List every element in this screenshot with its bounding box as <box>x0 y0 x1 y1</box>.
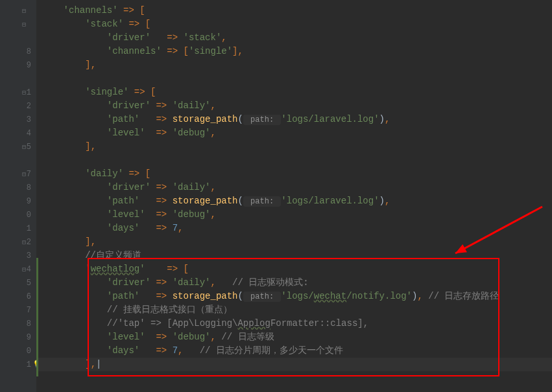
line-number: 5 <box>27 143 31 152</box>
fold-icon[interactable]: ⊟ <box>22 7 26 15</box>
gutter-row <box>0 72 36 86</box>
fold-icon[interactable]: ⊟ <box>22 238 26 246</box>
gutter-row: 1 <box>0 222 36 235</box>
gutter-row: 8 <box>0 45 36 58</box>
code-line[interactable]: 'channels' => [ <box>36 4 552 17</box>
code-line[interactable]: 'channels' => ['single'], <box>36 45 552 58</box>
code-line[interactable]: 'driver' => 'daily', // 日志驱动模式: <box>36 276 552 290</box>
code-editor[interactable]: ⊟⊟891⊟2345⊟7⊟89012⊟34⊟5678901💡 'channels… <box>0 0 552 392</box>
gutter-row: 2⊟ <box>0 235 36 249</box>
code-line[interactable]: 'path' => storage_path( path: 'logs/lara… <box>36 113 552 126</box>
line-number: 1 <box>27 360 31 369</box>
gutter-row: 1⊟ <box>0 86 36 99</box>
gutter-row: 9 <box>0 330 36 344</box>
code-line[interactable]: 'level' => 'debug', <box>36 208 552 222</box>
gutter-row: 5 <box>0 276 36 290</box>
gutter-row: 3 <box>0 113 36 126</box>
gutter-row: 7⊟ <box>0 167 36 181</box>
code-line[interactable]: 'wechatlog' => [ <box>36 262 552 276</box>
line-number: 9 <box>27 61 31 70</box>
gutter-row: 0 <box>0 344 36 358</box>
line-number: 5 <box>27 279 31 288</box>
gutter-row: 0 <box>0 208 36 222</box>
gutter-row: 4 <box>0 126 36 140</box>
code-line[interactable]: // 挂载日志格式接口（重点） <box>36 303 552 317</box>
fold-icon[interactable]: ⊟ <box>22 89 26 97</box>
code-line[interactable]: 'driver' => 'daily', <box>36 181 552 194</box>
code-line[interactable] <box>36 154 552 167</box>
code-line[interactable]: 'level' => 'debug', <box>36 126 552 140</box>
fold-icon[interactable]: ⊟ <box>22 21 26 29</box>
line-number: 3 <box>27 251 31 260</box>
line-number: 4 <box>27 129 31 138</box>
code-line[interactable]: ], <box>36 235 552 249</box>
fold-icon[interactable]: ⊟ <box>22 266 26 273</box>
code-line[interactable]: 'daily' => [ <box>36 167 552 181</box>
parameter-hint: path: <box>243 115 281 125</box>
parameter-hint: path: <box>243 292 281 302</box>
code-line[interactable] <box>36 72 552 86</box>
line-number: 3 <box>27 115 31 124</box>
line-number: 9 <box>27 333 31 342</box>
code-line[interactable]: //自定义频道 <box>36 249 552 262</box>
code-line[interactable]: 'single' => [ <box>36 86 552 99</box>
code-line[interactable]: 'days' => 7, <box>36 222 552 235</box>
line-number: 9 <box>27 197 31 206</box>
line-number: 8 <box>27 47 31 56</box>
line-number: 0 <box>27 211 31 220</box>
gutter-row <box>0 31 36 45</box>
gutter-row: 5⊟ <box>0 140 36 154</box>
line-number: 4 <box>27 265 31 274</box>
code-line[interactable]: //'tap' => [App\Logging\ApplogFormatter:… <box>36 317 552 330</box>
line-number: 7 <box>27 306 31 315</box>
code-line[interactable]: ],| <box>36 358 552 371</box>
modified-marker <box>36 258 38 376</box>
gutter-row: 6 <box>0 290 36 303</box>
code-line[interactable]: 'driver' => 'daily', <box>36 99 552 113</box>
editor-gutter: ⊟⊟891⊟2345⊟7⊟89012⊟34⊟5678901💡 <box>0 0 36 392</box>
line-number: 8 <box>27 183 31 192</box>
gutter-row: 4⊟ <box>0 262 36 276</box>
code-line[interactable]: 'path' => storage_path( path: 'logs/wech… <box>36 290 552 303</box>
code-line[interactable]: 'stack' => [ <box>36 17 552 31</box>
gutter-row: 8 <box>0 181 36 194</box>
parameter-hint: path: <box>243 196 281 207</box>
code-line[interactable]: 'days' => 7, // 日志分片周期，多少天一个文件 <box>36 344 552 358</box>
gutter-row: 3 <box>0 249 36 262</box>
line-number: 1 <box>27 224 31 233</box>
line-number: 7 <box>27 170 31 179</box>
gutter-row: 8 <box>0 317 36 330</box>
fold-icon[interactable]: ⊟ <box>22 170 26 178</box>
line-number: 0 <box>27 347 31 356</box>
line-number: 2 <box>27 102 31 111</box>
line-number: 8 <box>27 319 31 329</box>
fold-icon[interactable]: ⊟ <box>22 143 26 151</box>
code-line[interactable]: ], <box>36 58 552 72</box>
line-number: 6 <box>27 292 31 301</box>
code-area[interactable]: 'channels' => [ 'stack' => [ 'driver' =>… <box>36 0 552 392</box>
code-line[interactable]: 'driver' => 'stack', <box>36 31 552 45</box>
gutter-row <box>0 154 36 167</box>
line-number: 2 <box>27 238 31 247</box>
gutter-row: ⊟ <box>0 17 36 31</box>
code-line[interactable]: 'level' => 'debug', // 日志等级 <box>36 330 552 344</box>
line-number: 1 <box>27 88 31 97</box>
gutter-row: 2 <box>0 99 36 113</box>
gutter-row: 7 <box>0 303 36 317</box>
code-line[interactable]: ], <box>36 140 552 154</box>
code-line[interactable]: 'path' => storage_path( path: 'logs/lara… <box>36 194 552 208</box>
gutter-row: 1💡 <box>0 358 36 371</box>
gutter-row: ⊟ <box>0 4 36 17</box>
gutter-row: 9 <box>0 194 36 208</box>
gutter-row: 9 <box>0 58 36 72</box>
